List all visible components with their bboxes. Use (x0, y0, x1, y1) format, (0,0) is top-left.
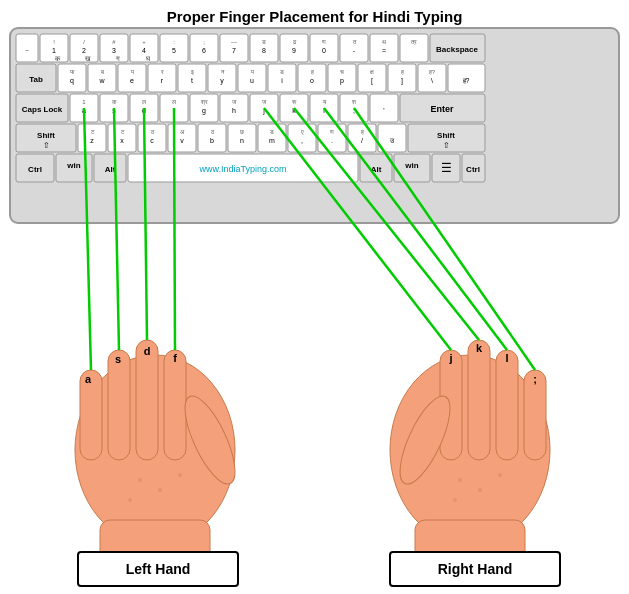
svg-text:!: ! (53, 39, 55, 45)
svg-text:6: 6 (202, 47, 206, 54)
svg-rect-174 (394, 154, 430, 182)
svg-text:रू: रू (291, 99, 297, 105)
svg-text:win: win (404, 161, 418, 170)
svg-line-214 (264, 108, 451, 350)
svg-text:उ: उ (389, 137, 395, 144)
svg-rect-55 (118, 64, 146, 92)
svg-text:q: q (70, 77, 74, 85)
svg-text:c: c (150, 137, 154, 144)
svg-rect-70 (268, 64, 296, 92)
svg-rect-1 (16, 34, 38, 62)
svg-text:9: 9 (292, 47, 296, 54)
svg-text:k: k (476, 342, 483, 354)
svg-rect-218 (78, 552, 238, 586)
svg-text:☰: ☰ (441, 161, 452, 175)
svg-text:Enter: Enter (430, 104, 454, 114)
svg-text:l: l (505, 352, 508, 364)
svg-text:/: / (361, 137, 363, 144)
svg-text:ण: ण (329, 129, 334, 135)
svg-rect-110 (250, 94, 278, 122)
svg-rect-196 (415, 520, 525, 570)
svg-text:प: प (250, 69, 254, 75)
svg-text:त्र: त्र (410, 39, 417, 46)
svg-text:ण: ण (321, 39, 326, 45)
svg-text:r: r (161, 77, 164, 84)
svg-text:ब: ब (100, 69, 105, 75)
svg-text:o: o (310, 77, 314, 84)
svg-text:g: g (202, 107, 206, 115)
svg-line-212 (144, 108, 147, 340)
svg-text:p: p (340, 77, 344, 85)
svg-line-215 (294, 108, 479, 340)
svg-text:ट: ट (120, 129, 125, 135)
svg-text:ह: ह (360, 129, 364, 135)
svg-text:Tab: Tab (29, 75, 43, 84)
svg-rect-197 (440, 350, 462, 460)
svg-text:क्ष: क्ष (370, 69, 374, 75)
svg-rect-67 (238, 64, 266, 92)
svg-rect-122 (370, 94, 398, 122)
svg-text:त: त (352, 39, 357, 45)
svg-point-189 (178, 473, 182, 477)
svg-rect-40 (370, 34, 398, 62)
svg-rect-58 (148, 64, 176, 92)
svg-text:v: v (180, 137, 184, 144)
svg-rect-79 (358, 64, 386, 92)
svg-rect-37 (340, 34, 368, 62)
svg-text:u: u (250, 77, 254, 84)
svg-text:ठ: ठ (210, 129, 215, 135)
svg-text:Right Hand: Right Hand (438, 561, 513, 577)
svg-rect-156 (348, 124, 376, 152)
svg-rect-104 (190, 94, 218, 122)
svg-text:b: b (210, 137, 214, 144)
svg-text:न: न (220, 69, 225, 75)
svg-rect-161 (408, 124, 485, 152)
svg-text:h: h (232, 107, 236, 114)
svg-text:1: 1 (52, 47, 56, 54)
svg-text:च: च (339, 69, 344, 75)
svg-text:e: e (130, 77, 134, 84)
svg-line-213 (174, 108, 175, 350)
svg-text:ज: ज (261, 99, 267, 105)
svg-rect-184 (136, 340, 158, 460)
svg-text:/: / (83, 39, 85, 45)
svg-text:.: . (331, 137, 333, 144)
svg-rect-181 (100, 520, 210, 570)
svg-text:;: ; (533, 373, 537, 385)
svg-text:a: a (82, 107, 86, 114)
svg-text:Left Hand: Left Hand (126, 561, 191, 577)
svg-text::: : (173, 39, 175, 45)
svg-rect-113 (280, 94, 308, 122)
svg-point-186 (175, 390, 245, 491)
svg-line-210 (84, 108, 91, 370)
svg-text:,: , (301, 137, 303, 144)
svg-text:क: क (111, 99, 117, 105)
svg-rect-3 (40, 34, 68, 62)
svg-line-216 (324, 108, 507, 350)
svg-text:ट: ट (90, 129, 95, 135)
svg-text:Caps Lock: Caps Lock (22, 105, 63, 114)
svg-text:Alt: Alt (371, 165, 382, 174)
svg-text:ग: ग (115, 55, 120, 62)
svg-point-190 (128, 498, 132, 502)
svg-rect-138 (168, 124, 196, 152)
svg-text:ह?: ह? (462, 77, 470, 84)
svg-rect-166 (56, 154, 92, 182)
svg-rect-52 (88, 64, 116, 92)
svg-text:छ: छ (239, 129, 244, 135)
svg-text:[: [ (371, 77, 373, 85)
svg-rect-116 (310, 94, 338, 122)
svg-point-187 (138, 478, 142, 482)
svg-text:घ: घ (145, 55, 151, 62)
svg-rect-82 (388, 64, 416, 92)
svg-rect-220 (390, 552, 560, 586)
svg-text:Ctrl: Ctrl (28, 165, 42, 174)
svg-rect-182 (80, 370, 102, 460)
svg-rect-19 (160, 34, 188, 62)
svg-text:d: d (142, 107, 146, 114)
svg-text:य: य (322, 99, 327, 105)
svg-text:s: s (112, 107, 116, 114)
svg-rect-168 (94, 154, 126, 182)
svg-rect-92 (70, 94, 98, 122)
svg-rect-73 (298, 64, 326, 92)
